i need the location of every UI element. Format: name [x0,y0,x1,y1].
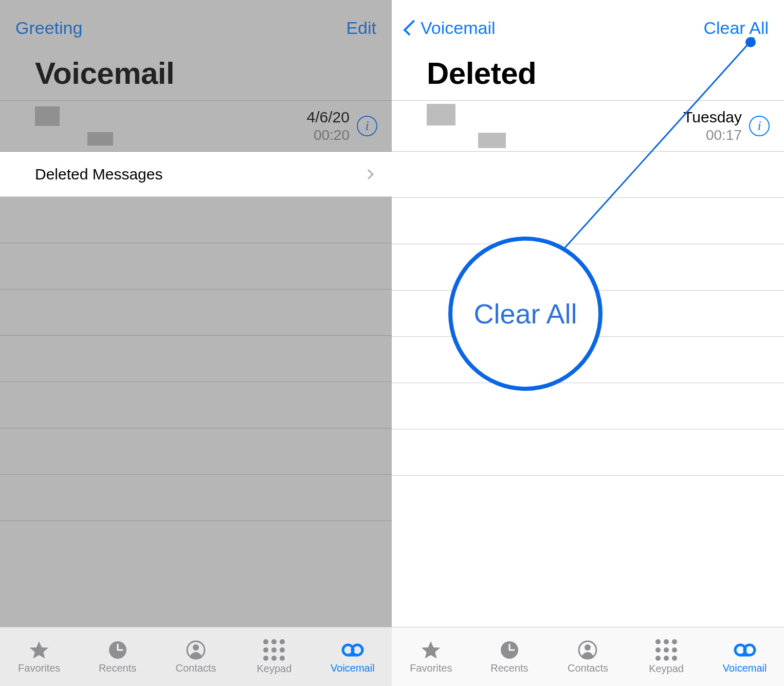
voicemail-item[interactable]: 4/6/20 00:20 i [0,100,392,152]
tabbar: Favorites Recents Contacts Keypad Voicem… [0,627,392,686]
tabbar: Favorites Recents Contacts Keypad Voicem… [392,627,784,686]
deleted-messages-row[interactable]: Deleted Messages [0,152,392,197]
voicemail-caller-redacted [427,104,683,148]
voicemail-list: 4/6/20 00:20 i Deleted Messages [0,100,392,521]
info-icon[interactable]: i [357,116,377,136]
back-button[interactable]: Voicemail [407,18,496,38]
tab-keypad[interactable]: Keypad [235,627,313,686]
tab-label: Recents [99,662,136,674]
voicemail-item[interactable]: Tuesday 00:17 i [392,100,784,152]
tab-label: Voicemail [331,662,375,674]
chevron-left-icon [403,20,419,35]
list-separator [0,243,392,290]
voicemail-meta: 4/6/20 00:20 [307,109,357,143]
keypad-icon [263,639,285,661]
voicemail-duration: 00:20 [307,127,350,143]
deleted-messages-label: Deleted Messages [35,166,365,183]
svg-point-8 [585,644,591,651]
tab-label: Keypad [649,663,684,675]
keypad-icon [655,639,677,661]
voicemail-date: 4/6/20 [307,109,350,126]
back-label: Voicemail [421,18,496,38]
list-separator [0,197,392,243]
navbar: Voicemail Clear All [392,0,784,56]
voicemail-duration: 00:17 [683,127,742,143]
voicemail-meta: Tuesday 00:17 [683,109,749,143]
list-separator [0,290,392,336]
info-icon[interactable]: i [749,116,770,136]
voicemail-date: Tuesday [683,109,742,126]
tab-recents[interactable]: Recents [78,627,156,686]
clear-all-button[interactable]: Clear All [703,18,769,38]
screen-voicemail-list: Greeting Edit Voicemail 4/6/20 00:20 i D… [0,0,392,686]
navbar: Greeting Edit [0,0,392,56]
tab-voicemail[interactable]: Voicemail [705,627,784,686]
tab-label: Contacts [568,662,608,674]
list-separator [0,382,392,428]
svg-point-2 [193,644,199,651]
tab-label: Voicemail [723,662,767,674]
page-title: Voicemail [0,56,392,100]
tab-contacts[interactable]: Contacts [549,627,627,686]
tab-label: Contacts [176,662,216,674]
list-separator [392,383,784,429]
tab-label: Recents [490,662,528,674]
tab-favorites[interactable]: Favorites [0,627,78,686]
tab-contacts[interactable]: Contacts [157,627,235,686]
chevron-right-icon [363,169,374,179]
tab-label: Keypad [257,663,292,675]
edit-button[interactable]: Edit [346,18,376,38]
list-separator [392,152,784,198]
tab-recents[interactable]: Recents [470,627,549,686]
screen-deleted-voicemails: Voicemail Clear All Deleted Tuesday 00:1… [392,0,784,686]
page-title: Deleted [392,56,784,100]
list-separator [0,475,392,521]
tab-voicemail[interactable]: Voicemail [314,627,392,686]
tab-keypad[interactable]: Keypad [627,627,706,686]
list-separator [0,336,392,382]
tab-label: Favorites [410,662,452,674]
greeting-button[interactable]: Greeting [15,18,82,38]
list-separator [0,428,392,475]
tab-favorites[interactable]: Favorites [392,627,470,686]
tab-label: Favorites [18,662,60,674]
list-separator [392,429,784,476]
voicemail-caller-redacted [35,106,307,146]
annotation-callout: Clear All [448,237,603,391]
annotation-label: Clear All [473,298,577,330]
